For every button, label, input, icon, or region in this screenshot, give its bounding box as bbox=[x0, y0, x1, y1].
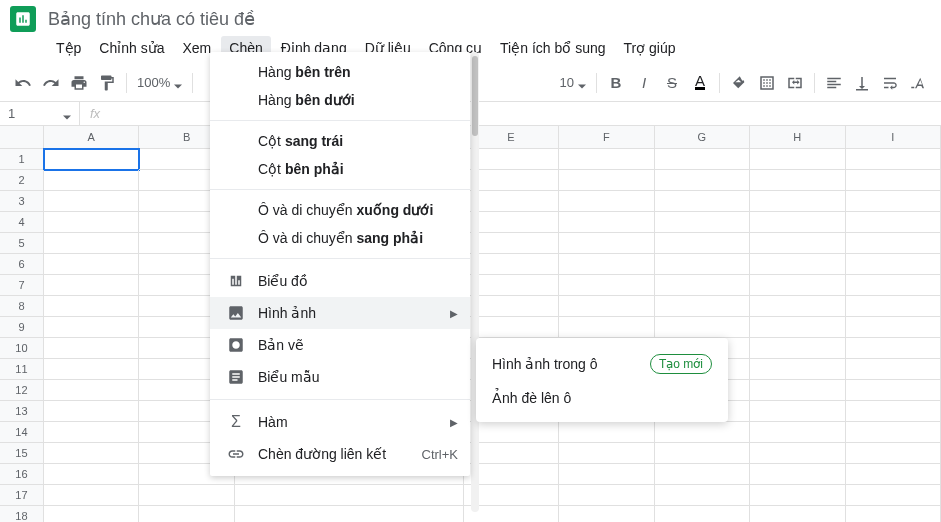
rotate-button[interactable] bbox=[905, 70, 931, 96]
cell[interactable] bbox=[655, 317, 750, 338]
cell[interactable] bbox=[44, 338, 139, 359]
cell[interactable] bbox=[655, 254, 750, 275]
cell[interactable] bbox=[44, 275, 139, 296]
fontsize-select[interactable]: 10 bbox=[556, 75, 590, 90]
insert-image[interactable]: Hình ảnh▶ bbox=[210, 297, 470, 329]
paint-format-button[interactable] bbox=[94, 70, 120, 96]
redo-button[interactable] bbox=[38, 70, 64, 96]
cell[interactable] bbox=[655, 506, 750, 522]
cell[interactable] bbox=[44, 170, 139, 191]
insert-col-right[interactable]: Cột bên phải bbox=[210, 155, 470, 183]
col-header[interactable]: F bbox=[559, 126, 654, 148]
wrap-button[interactable] bbox=[877, 70, 903, 96]
text-color-button[interactable]: A bbox=[687, 70, 713, 96]
cell[interactable] bbox=[655, 296, 750, 317]
cell[interactable] bbox=[846, 401, 941, 422]
zoom-select[interactable]: 100% bbox=[133, 75, 186, 90]
cell[interactable] bbox=[846, 422, 941, 443]
cell[interactable] bbox=[846, 296, 941, 317]
cell[interactable] bbox=[750, 254, 845, 275]
cell[interactable] bbox=[44, 422, 139, 443]
cell[interactable] bbox=[750, 443, 845, 464]
cell[interactable] bbox=[846, 338, 941, 359]
cell[interactable] bbox=[750, 170, 845, 191]
cell[interactable] bbox=[44, 233, 139, 254]
cell[interactable] bbox=[846, 191, 941, 212]
dropdown-scrollbar[interactable] bbox=[471, 52, 479, 512]
menu-chỉnh-sửa[interactable]: Chỉnh sửa bbox=[91, 36, 172, 60]
cell[interactable] bbox=[44, 296, 139, 317]
insert-drawing[interactable]: Bản vẽ bbox=[210, 329, 470, 361]
merge-button[interactable] bbox=[782, 70, 808, 96]
cell[interactable] bbox=[846, 443, 941, 464]
cell[interactable] bbox=[44, 254, 139, 275]
print-button[interactable] bbox=[66, 70, 92, 96]
row-header[interactable]: 1 bbox=[0, 149, 44, 170]
row-header[interactable]: 15 bbox=[0, 443, 44, 464]
cell[interactable] bbox=[846, 254, 941, 275]
row-header[interactable]: 7 bbox=[0, 275, 44, 296]
menu-trợ-giúp[interactable]: Trợ giúp bbox=[616, 36, 684, 60]
cell[interactable] bbox=[559, 422, 654, 443]
cell[interactable] bbox=[655, 233, 750, 254]
cell[interactable] bbox=[846, 359, 941, 380]
cell[interactable] bbox=[750, 338, 845, 359]
insert-cells-right[interactable]: Ô và di chuyển sang phải bbox=[210, 224, 470, 252]
cell[interactable] bbox=[750, 359, 845, 380]
cell[interactable] bbox=[846, 149, 941, 170]
menu-tiện-ích-bổ-sung[interactable]: Tiện ích bổ sung bbox=[492, 36, 613, 60]
cell[interactable] bbox=[846, 380, 941, 401]
col-header[interactable]: I bbox=[846, 126, 941, 148]
cell[interactable] bbox=[655, 485, 750, 506]
insert-form[interactable]: Biểu mẫu bbox=[210, 361, 470, 393]
cell[interactable] bbox=[559, 275, 654, 296]
row-header[interactable]: 4 bbox=[0, 212, 44, 233]
cell[interactable] bbox=[44, 443, 139, 464]
insert-row-above[interactable]: Hàng bên trên bbox=[210, 58, 470, 86]
cell[interactable] bbox=[846, 317, 941, 338]
col-header[interactable]: H bbox=[750, 126, 845, 148]
cell[interactable] bbox=[559, 485, 654, 506]
cell[interactable] bbox=[846, 275, 941, 296]
row-header[interactable]: 10 bbox=[0, 338, 44, 359]
cell[interactable] bbox=[655, 422, 750, 443]
cell[interactable] bbox=[559, 443, 654, 464]
cell[interactable] bbox=[846, 464, 941, 485]
cell[interactable] bbox=[750, 464, 845, 485]
cell[interactable] bbox=[846, 212, 941, 233]
cell[interactable] bbox=[846, 233, 941, 254]
cell[interactable] bbox=[559, 149, 654, 170]
cell[interactable] bbox=[655, 275, 750, 296]
bold-button[interactable]: B bbox=[603, 70, 629, 96]
cell[interactable] bbox=[44, 464, 139, 485]
italic-button[interactable]: I bbox=[631, 70, 657, 96]
fill-color-button[interactable] bbox=[726, 70, 752, 96]
strikethrough-button[interactable]: S bbox=[659, 70, 685, 96]
cell[interactable] bbox=[750, 317, 845, 338]
insert-chart[interactable]: Biểu đồ bbox=[210, 265, 470, 297]
cell[interactable] bbox=[750, 233, 845, 254]
cell[interactable] bbox=[559, 254, 654, 275]
undo-button[interactable] bbox=[10, 70, 36, 96]
cell[interactable] bbox=[750, 212, 845, 233]
cell[interactable] bbox=[139, 485, 234, 506]
row-header[interactable]: 13 bbox=[0, 401, 44, 422]
cell[interactable] bbox=[750, 485, 845, 506]
cell[interactable] bbox=[750, 380, 845, 401]
image-over-cells[interactable]: Ảnh đè lên ô bbox=[476, 382, 728, 414]
row-header[interactable]: 5 bbox=[0, 233, 44, 254]
insert-row-below[interactable]: Hàng bên dưới bbox=[210, 86, 470, 114]
cell[interactable] bbox=[559, 233, 654, 254]
cell[interactable] bbox=[655, 191, 750, 212]
cell[interactable] bbox=[750, 149, 845, 170]
cell[interactable] bbox=[559, 296, 654, 317]
cell[interactable] bbox=[44, 149, 139, 170]
row-header[interactable]: 2 bbox=[0, 170, 44, 191]
cell[interactable] bbox=[44, 212, 139, 233]
insert-col-left[interactable]: Cột sang trái bbox=[210, 127, 470, 155]
insert-link[interactable]: Chèn đường liên kếtCtrl+K bbox=[210, 438, 470, 470]
borders-button[interactable] bbox=[754, 70, 780, 96]
cell[interactable] bbox=[750, 506, 845, 522]
col-header[interactable]: A bbox=[44, 126, 139, 148]
halign-button[interactable] bbox=[821, 70, 847, 96]
